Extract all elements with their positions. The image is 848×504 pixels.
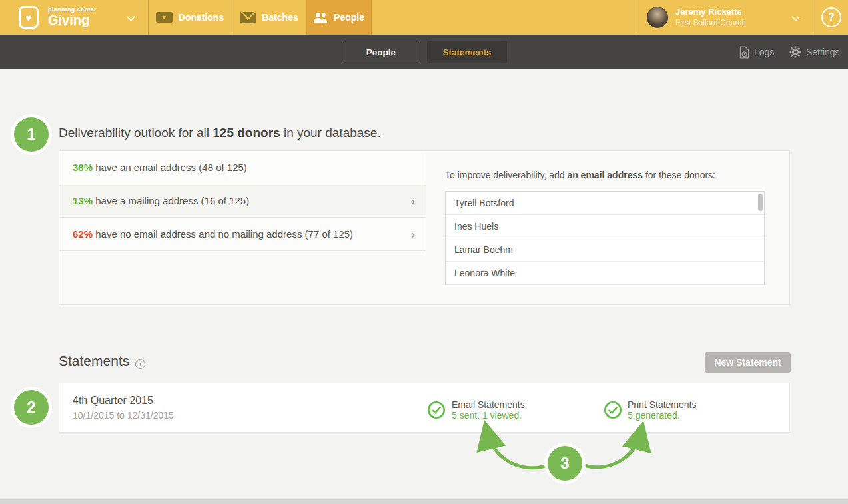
question-mark-icon: ? bbox=[828, 11, 835, 23]
settings-label: Settings bbox=[806, 47, 840, 57]
people-icon bbox=[313, 12, 328, 23]
scrollbar-thumb[interactable] bbox=[758, 194, 763, 211]
step-1-badge: 1 bbox=[14, 117, 49, 152]
secondary-nav: People Statements Logs bbox=[0, 35, 848, 69]
chevron-right-icon: › bbox=[411, 218, 415, 250]
batches-icon: ♥ bbox=[240, 12, 256, 23]
step-2-badge: 2 bbox=[14, 390, 49, 425]
avatar bbox=[647, 7, 668, 28]
divider bbox=[371, 0, 372, 35]
tab-donations[interactable]: ♥ Donations bbox=[148, 0, 232, 35]
donor-list-item[interactable]: Lamar Boehm bbox=[446, 238, 764, 262]
donor-list-item[interactable]: Leonora White bbox=[446, 262, 764, 285]
tab-donations-label: Donations bbox=[179, 12, 224, 23]
statement-title: 4th Quarter 2015 bbox=[73, 395, 153, 407]
brand-name-label: Giving bbox=[48, 13, 89, 28]
deliverability-heading: Deliverability outlook for all 125 donor… bbox=[59, 126, 381, 140]
divider bbox=[813, 0, 813, 35]
logs-label: Logs bbox=[754, 47, 774, 57]
donations-icon: ♥ bbox=[156, 12, 173, 23]
statement-date-range: 10/1/2015 to 12/31/2015 bbox=[73, 410, 174, 421]
new-statement-button[interactable]: New Statement bbox=[705, 352, 791, 373]
user-name: Jeremy Ricketts bbox=[675, 7, 742, 17]
logs-link[interactable]: Logs bbox=[739, 44, 774, 60]
giving-app-window: ♥ planning center Giving ♥ Donations ♥ B… bbox=[0, 0, 848, 504]
toggle-people-button[interactable]: People bbox=[342, 41, 420, 63]
improve-caption: To improve deliverability, add an email … bbox=[445, 170, 715, 180]
donor-list-item[interactable]: Ines Huels bbox=[446, 215, 764, 238]
help-button[interactable]: ? bbox=[821, 7, 841, 27]
heart-icon: ♥ bbox=[26, 13, 32, 23]
stat-row-email: 38% have an email address (48 of 125) bbox=[59, 151, 426, 184]
logs-document-icon bbox=[739, 46, 749, 59]
tab-people[interactable]: People bbox=[306, 0, 371, 35]
settings-link[interactable]: Settings bbox=[789, 44, 840, 60]
chevron-right-icon: › bbox=[411, 184, 415, 217]
bottom-scrollbar-track[interactable] bbox=[0, 499, 848, 504]
donor-list-item[interactable]: Tyrell Botsford bbox=[446, 192, 764, 215]
top-nav: ♥ planning center Giving ♥ Donations ♥ B… bbox=[0, 0, 848, 35]
step-3-badge: 3 bbox=[548, 446, 582, 481]
user-org: First Ballard Church bbox=[675, 18, 746, 27]
giving-logo-icon: ♥ bbox=[19, 6, 39, 29]
info-icon[interactable]: i bbox=[135, 359, 145, 369]
brand-menu[interactable]: ♥ planning center Giving bbox=[0, 0, 148, 35]
chevron-down-icon[interactable] bbox=[791, 13, 800, 21]
tab-batches[interactable]: ♥ Batches bbox=[232, 0, 306, 35]
stat-row-mailing[interactable]: 13% have a mailing address (16 of 125)› bbox=[59, 184, 426, 218]
donor-list: Tyrell Botsford Ines Huels Lamar Boehm L… bbox=[445, 191, 765, 285]
brand-small-label: planning center bbox=[48, 6, 97, 13]
tab-batches-label: Batches bbox=[262, 12, 298, 23]
divider bbox=[636, 0, 636, 35]
chevron-down-icon[interactable] bbox=[127, 13, 135, 21]
user-menu[interactable]: Jeremy Ricketts First Ballard Church bbox=[639, 0, 813, 35]
toggle-statements-button[interactable]: Statements bbox=[427, 41, 507, 63]
statements-title: Statements bbox=[59, 353, 129, 369]
tab-people-label: People bbox=[334, 12, 364, 23]
stat-row-none[interactable]: 62% have no email address and no mailing… bbox=[59, 218, 426, 251]
gear-icon bbox=[789, 46, 801, 58]
